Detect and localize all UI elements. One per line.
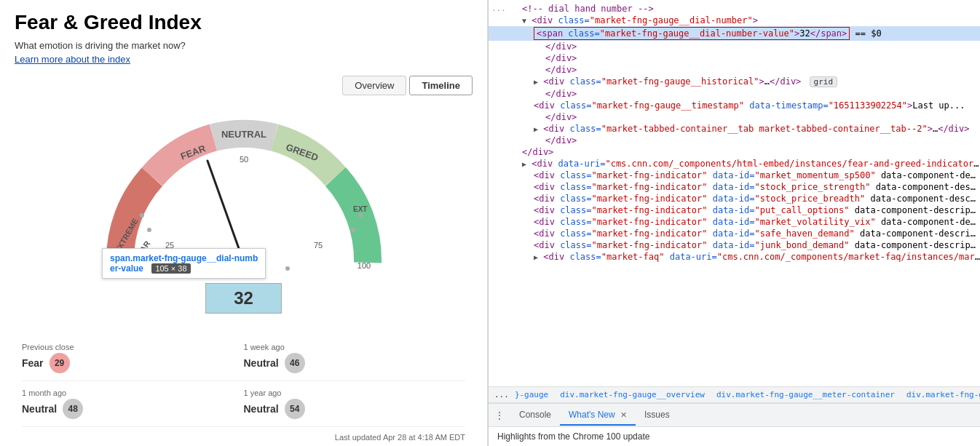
stat-value-0: Fear 29 (22, 353, 244, 373)
page-title: Fear & Greed Index (15, 11, 473, 34)
stat-label-0: Previous close (22, 343, 244, 351)
code-line-4[interactable]: </div> (489, 52, 980, 64)
code-line-20[interactable]: <div class="market-fng-indicator" data-i… (489, 239, 980, 251)
svg-point-15 (351, 228, 355, 232)
code-line-15[interactable]: <div class="market-fng-indicator" data-i… (489, 181, 980, 193)
stats-grid: Previous close Fear 29 1 week ago Neutra… (15, 335, 473, 427)
breadcrumb-4[interactable]: div.market-fng-gauge__meter (906, 390, 980, 399)
code-line-6[interactable]: <div class="market-fng-gauge__historical… (489, 76, 980, 88)
code-line-0[interactable]: ...<!-- dial hand number --> (489, 3, 980, 15)
code-line-9[interactable]: </div> (489, 111, 980, 123)
code-line-8[interactable]: <div class="market-fng-gauge__timestamp"… (489, 100, 980, 111)
svg-point-16 (358, 213, 363, 218)
stat-badge-2: 48 (63, 399, 83, 419)
stat-1year: 1 year ago Neutral 54 (244, 381, 466, 427)
devtools-tabs: ⋮ Console What's New ✕ Issues (489, 403, 980, 426)
svg-point-14 (285, 266, 290, 271)
gauge-value: 32 (234, 288, 253, 308)
svg-point-11 (147, 228, 151, 232)
learn-more-link[interactable]: Learn more about the index (15, 54, 473, 65)
whatsnew-content: Highlights from the Chrome 100 update (489, 426, 980, 446)
code-line-17[interactable]: <div class="market-fng-indicator" data-i… (489, 204, 980, 216)
stat-value-1: Neutral 46 (244, 353, 466, 373)
stat-1week: 1 week ago Neutral 46 (244, 335, 466, 381)
tab-whatsnew-close[interactable]: ✕ (620, 410, 627, 419)
devtools-panel: ...<!-- dial hand number --> <div class=… (488, 0, 980, 446)
tab-console[interactable]: Console (510, 405, 560, 426)
stat-1month: 1 month ago Neutral 48 (22, 381, 244, 427)
stat-label-3: 1 year ago (244, 389, 466, 397)
subtitle: What emotion is driving the market now? (15, 40, 473, 51)
tab-issues[interactable]: Issues (636, 405, 679, 426)
gauge-tooltip: span.market-fng-gauge__dial-number-value… (102, 248, 266, 279)
code-line-19[interactable]: <div class="market-fng-indicator" data-i… (489, 228, 980, 239)
tooltip-size: 105 × 38 (151, 263, 190, 274)
svg-text:50: 50 (239, 155, 248, 164)
svg-point-12 (140, 213, 144, 218)
breadcrumb-bar: ... }-gauge div.market-fng-gauge__overvi… (489, 386, 980, 403)
stat-badge-3: 54 (285, 399, 305, 419)
code-line-2[interactable]: <span class="market-fng-gauge__dial-numb… (489, 26, 980, 41)
svg-line-17 (208, 161, 244, 263)
svg-text:NEUTRAL: NEUTRAL (221, 129, 266, 140)
code-line-3[interactable]: </div> (489, 41, 980, 52)
code-line-16[interactable]: <div class="market-fng-indicator" data-i… (489, 193, 980, 204)
breadcrumb-2[interactable]: div.market-fng-gauge__overview (560, 390, 705, 399)
code-line-12[interactable]: </div> (489, 146, 980, 158)
code-line-1[interactable]: <div class="market-fng-gauge__dial-numbe… (489, 15, 980, 26)
whatsnew-text: Highlights from the Chrome 100 update (497, 431, 649, 442)
devtools-menu-dots[interactable]: ⋮ (494, 410, 505, 421)
stat-label-1: 1 week ago (244, 343, 466, 351)
code-line-18[interactable]: <div class="market-fng-indicator" data-i… (489, 216, 980, 228)
code-line-21[interactable]: <div class="market-faq" data-uri="cms.cn… (489, 251, 980, 263)
code-line-14[interactable]: <div class="market-fng-indicator" data-i… (489, 170, 980, 181)
code-line-10[interactable]: <div class="market-tabbed-container__tab… (489, 123, 980, 135)
code-line-5[interactable]: </div> (489, 64, 980, 76)
stat-previous-close: Previous close Fear 29 (22, 335, 244, 381)
code-line-7[interactable]: </div> (489, 88, 980, 100)
stat-badge-0: 29 (50, 353, 70, 373)
stat-value-2: Neutral 48 (22, 399, 244, 419)
svg-text:100: 100 (357, 261, 370, 270)
tab-timeline[interactable]: Timeline (409, 76, 473, 95)
svg-text:75: 75 (313, 241, 322, 250)
svg-text:EXT: EXT (353, 205, 367, 213)
breadcrumb-3[interactable]: div.market-fng-gauge__meter-container (716, 390, 895, 399)
breadcrumb-dots: ... (494, 390, 509, 399)
code-line-13[interactable]: <div data-uri="cms.cnn.com/_components/h… (489, 158, 980, 170)
gauge-value-box: 32 (205, 283, 282, 314)
tab-overview[interactable]: Overview (342, 76, 406, 95)
last-updated: Last updated Apr 28 at 4:18 AM EDT (15, 427, 473, 442)
devtools-code: ...<!-- dial hand number --> <div class=… (489, 0, 980, 386)
stat-badge-1: 46 (285, 353, 305, 373)
tab-buttons: Overview Timeline (15, 76, 473, 95)
breadcrumb-1[interactable]: }-gauge (515, 390, 548, 399)
stat-label-2: 1 month ago (22, 389, 244, 397)
code-line-11[interactable]: </div> (489, 135, 980, 146)
left-panel: Fear & Greed Index What emotion is drivi… (0, 0, 488, 446)
stat-value-3: Neutral 54 (244, 399, 466, 419)
tab-whatsnew[interactable]: What's New ✕ (560, 405, 636, 426)
